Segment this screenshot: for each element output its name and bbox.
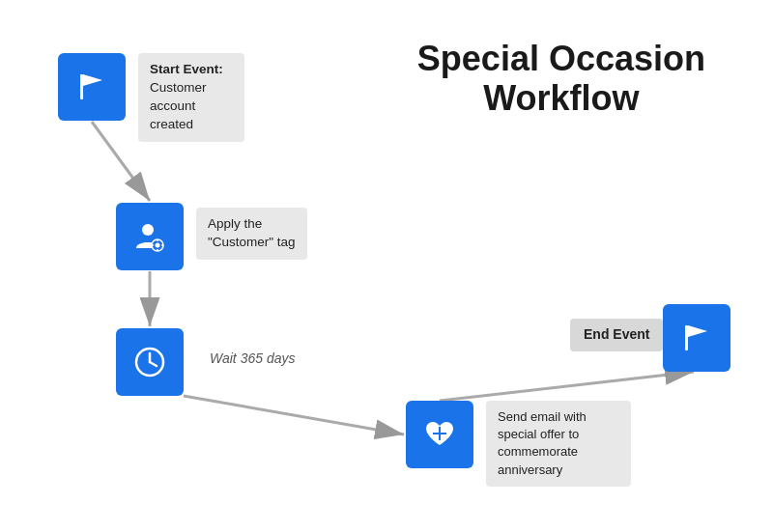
start-event-text: Customer account created: [150, 80, 207, 131]
start-event-box: [58, 53, 126, 121]
user-tag-icon: [129, 216, 170, 257]
svg-rect-5: [80, 74, 83, 99]
svg-line-3: [184, 396, 404, 434]
end-flag-icon: [676, 318, 717, 358]
email-label: Send email with special offer to commemo…: [486, 401, 631, 487]
email-box: [406, 401, 473, 468]
start-event-bold: Start Event:: [150, 62, 223, 76]
start-event-label: Start Event: Customer account created: [138, 53, 244, 142]
end-event-text: End Event: [584, 326, 649, 342]
end-event-box: [663, 304, 730, 372]
end-event-label: End Event: [570, 319, 663, 351]
apply-tag-box: [116, 203, 184, 270]
apply-tag-text: Apply the "Customer" tag: [208, 216, 296, 249]
flag-icon: [72, 67, 112, 107]
svg-marker-6: [83, 74, 102, 86]
svg-line-12: [150, 362, 157, 366]
heart-email-icon: [419, 414, 460, 455]
clock-icon: [129, 342, 170, 382]
svg-rect-15: [685, 325, 688, 350]
svg-point-9: [156, 243, 160, 248]
wait-label: Wait 365 days: [198, 342, 306, 377]
diagram-container: Special OccasionWorkflow Start Event: Cu…: [0, 0, 773, 532]
apply-tag-label: Apply the "Customer" tag: [196, 208, 307, 260]
email-text: Send email with special offer to commemo…: [498, 409, 587, 477]
svg-point-7: [142, 224, 154, 236]
page-title: Special OccasionWorkflow: [417, 39, 705, 119]
wait-box: [116, 328, 184, 396]
svg-marker-16: [688, 325, 707, 337]
wait-text: Wait 365 days: [210, 350, 295, 366]
svg-line-4: [440, 372, 694, 401]
